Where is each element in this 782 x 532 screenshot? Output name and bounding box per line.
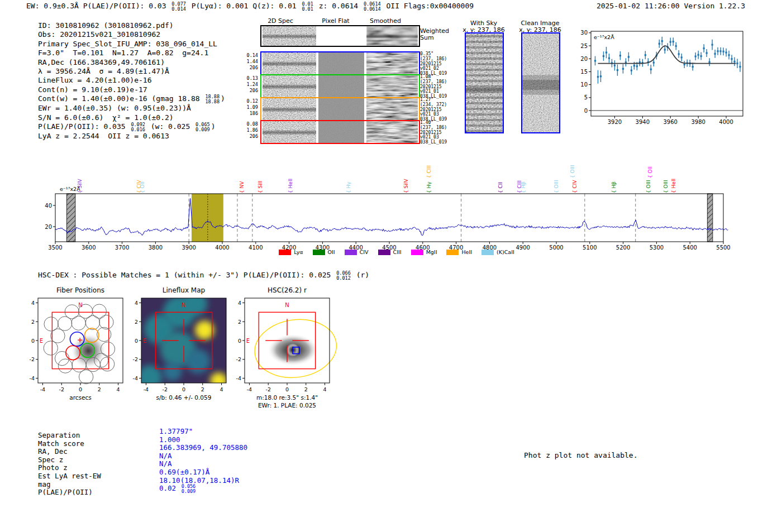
svg-text:4: 4 <box>323 386 327 392</box>
stacked-error: 0.0650.009 <box>196 122 210 132</box>
svg-text:4: 4 <box>135 300 138 306</box>
row-weights-label: 0.131.24206 <box>235 75 258 94</box>
noise-image <box>263 75 316 97</box>
panel-2d-spec <box>263 121 316 143</box>
noise-image <box>522 33 559 132</box>
legend-swatch <box>411 250 423 255</box>
svg-text:4: 4 <box>220 386 223 392</box>
info-line: S/N = 6.0(±0.6) χ² = 1.0(±0.2) <box>38 113 225 122</box>
row-weights-label: 0.141.44206 <box>235 52 258 71</box>
spectral-line-label: { CII <box>498 182 503 193</box>
noise-image <box>366 121 418 143</box>
info-line: Primary Spec_Slot_IFU_AMP: 038_096_014_L… <box>38 40 225 49</box>
panel-2d-spec <box>263 98 316 120</box>
spectral-line-label: { NV <box>239 181 245 193</box>
legend-swatch <box>313 250 325 255</box>
svg-text:HSC(26.2) r: HSC(26.2) r <box>268 286 307 294</box>
noise-image <box>366 52 418 74</box>
spectral-line-label: { Hγ <box>346 181 351 193</box>
spectrum-legend: LyαOIICIVCIIIMgIIHeII(K)CaII <box>45 249 748 255</box>
noise-image <box>318 75 364 97</box>
clean-image-title: Clean Image x, y: 237, 186 <box>519 20 561 33</box>
spec2d-row <box>260 74 420 98</box>
panel-pixel-flat <box>318 98 364 120</box>
panel-2d-spec <box>263 26 316 46</box>
hsc-dex-match-line: HSC-DEX : Possible Matches = 1 (within +… <box>38 271 369 280</box>
svg-text:4: 4 <box>117 386 120 392</box>
panel-2d-spec <box>263 75 316 97</box>
clean-image <box>521 32 560 133</box>
panel-smoothed <box>366 121 418 143</box>
noise-image <box>263 26 316 46</box>
stacked-error: 0.0920.016 <box>131 122 145 132</box>
svg-text:e⁻¹⁷x2Å: e⁻¹⁷x2Å <box>594 34 614 40</box>
svg-text:2: 2 <box>238 319 241 325</box>
row-weights-label: 0.081.86206 <box>235 121 258 140</box>
noise-image <box>366 98 418 120</box>
svg-text:25: 25 <box>580 43 588 49</box>
svg-text:-2: -2 <box>162 386 167 392</box>
noise-image <box>318 121 364 143</box>
spectral-line-label: { OII <box>140 181 145 193</box>
match-row-label: Photo z <box>38 463 68 472</box>
spectral-line-label: { Hβ <box>521 181 526 193</box>
stacked-error: 0.0560.009 <box>182 484 196 493</box>
column-header-2d-spec: 2D Spec <box>268 17 293 25</box>
legend-item: HeII <box>446 249 472 255</box>
spectral-line-label: { OIII <box>570 165 575 178</box>
hsc-r-cutout-map: HSC(26.2) r-4-4-2-2002244NEm:18.0 re:3.5… <box>233 285 342 416</box>
svg-text:3940: 3940 <box>636 119 650 125</box>
svg-text:-4: -4 <box>236 375 241 381</box>
legend-item: OII <box>313 249 335 255</box>
svg-text:40: 40 <box>45 203 52 209</box>
info-line: Obs: 20201215v021_3010810962 <box>38 30 225 39</box>
legend-swatch <box>345 250 357 255</box>
noise-image <box>318 52 364 74</box>
svg-text:0: 0 <box>182 386 185 392</box>
svg-text:0: 0 <box>238 338 241 344</box>
svg-text:10: 10 <box>580 82 588 88</box>
svg-text:-4: -4 <box>247 386 252 392</box>
spec2d-row <box>260 120 420 144</box>
legend-swatch <box>481 250 494 255</box>
svg-text:0: 0 <box>285 386 289 392</box>
svg-text:N: N <box>285 302 289 308</box>
match-row-value: 166.383969, 49.705880 <box>159 443 247 452</box>
svg-text:3980: 3980 <box>691 119 705 125</box>
legend-item: MgII <box>411 249 437 255</box>
svg-text:-2: -2 <box>133 356 138 362</box>
svg-text:2: 2 <box>135 319 138 325</box>
svg-text:E: E <box>143 338 146 344</box>
panel-smoothed <box>366 26 418 46</box>
spectral-line-label: { CIV <box>572 180 578 193</box>
svg-text:2: 2 <box>201 386 204 392</box>
with-sky-title: With Sky x, y: 237, 186 <box>462 20 504 33</box>
match-row-label: RA, Dec <box>38 447 68 456</box>
legend-item: (K)CaII <box>481 249 514 255</box>
info-line: Cont(w) = 1.40(±0.00)e-16 (gmag 18.88 18… <box>38 94 225 104</box>
spec2d-row <box>260 97 420 121</box>
report-timestamp-version: 2025-01-02 11:26:00 Version 1.22.3 <box>597 2 745 10</box>
elixer-report-page: EW: 0.9±0.3Å P(LAE)/P(OII): 0.03 0.0770.… <box>0 0 782 532</box>
svg-text:2: 2 <box>31 319 35 325</box>
svg-text:30: 30 <box>580 30 588 36</box>
match-row-value: N/A <box>159 452 172 460</box>
svg-text:4: 4 <box>238 300 241 306</box>
row-fiber-info-label: 0.35"(237, 186)20201215v021_02038_LL_019 <box>420 52 447 76</box>
svg-text:-2: -2 <box>59 386 64 392</box>
lineflux-map: Lineflux Map-4-4-2-2002244NEs/b: 0.46 +/… <box>130 285 239 409</box>
panel-pixel-flat <box>318 26 364 46</box>
spectral-line-label: { OIII <box>663 180 669 193</box>
stacked-error: 18.8818.88 <box>205 94 220 104</box>
info-line: Cont(n) = 9.10(±0.19)e-17 <box>38 85 225 94</box>
svg-text:4: 4 <box>31 300 35 306</box>
legend-item: CIV <box>345 249 369 255</box>
svg-text:-4: -4 <box>144 386 149 392</box>
match-row-value: 18.10(18.07,18.14)R <box>159 476 239 485</box>
match-row-value: N/A <box>159 459 172 468</box>
noise-image <box>263 98 316 120</box>
match-row-label: Est LyA rest-EW <box>38 472 101 480</box>
row-weights-label: 0.121.09186 <box>235 98 258 117</box>
panel-pixel-flat <box>318 52 364 74</box>
spec2d-row <box>260 51 420 75</box>
